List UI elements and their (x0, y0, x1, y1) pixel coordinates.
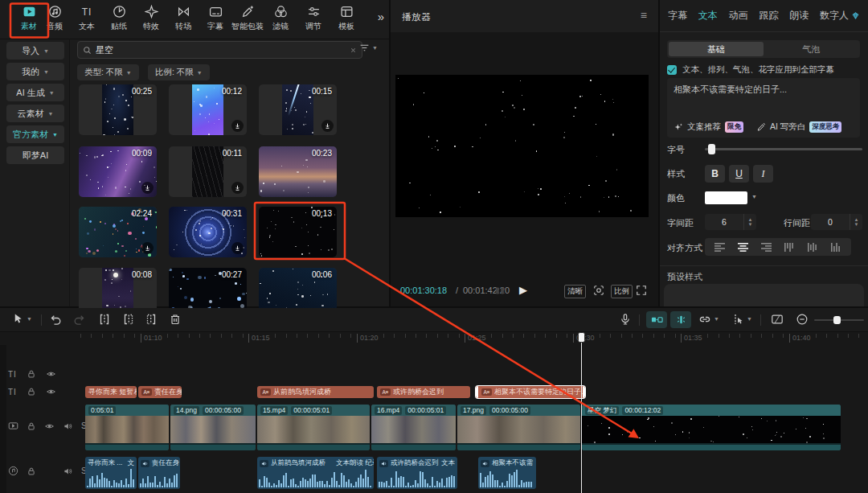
auto-splice-toggle[interactable] (646, 311, 667, 328)
chevron-down-icon[interactable]: ▼ (714, 316, 719, 322)
tab-transition[interactable]: 转场 (167, 5, 199, 32)
tab-sticker[interactable]: 贴纸 (103, 5, 135, 32)
eye-icon[interactable] (46, 387, 56, 396)
zoom-slider-thumb[interactable] (833, 316, 841, 324)
filter-type-dropdown[interactable]: 类型: 不限▼ (77, 64, 139, 80)
tab-captions[interactable]: 字幕 (199, 5, 231, 32)
media-thumbnail[interactable]: 00:15 (259, 84, 337, 135)
subtab-basic[interactable]: 基础 (669, 42, 764, 56)
sidebar-item-import[interactable]: 导入▼ (6, 42, 64, 60)
download-icon[interactable] (321, 120, 334, 132)
split-keep-left-icon[interactable] (122, 313, 135, 326)
media-thumbnail[interactable]: 00:25 (79, 84, 157, 135)
media-thumbnail[interactable]: 00:11 (169, 146, 247, 197)
audio-clip[interactable]: 或许鹊桥会迟到 文本 (377, 457, 457, 489)
timeline-zoom-slider[interactable] (814, 319, 864, 321)
audio-clip[interactable]: 从前鹊鸟填河成桥 文本朗读 纪录片 (257, 457, 374, 489)
media-thumbnail[interactable]: 02:24 (79, 207, 157, 257)
tab-tracking[interactable]: 跟踪 (759, 9, 778, 23)
eye-icon[interactable] (44, 421, 55, 431)
media-thumbnail[interactable]: 00:12 (169, 84, 247, 135)
zoom-out-icon[interactable] (796, 313, 809, 326)
magnetic-snap-toggle[interactable] (670, 311, 691, 328)
download-icon[interactable] (141, 242, 154, 254)
align-vertical-center-icon[interactable] (808, 243, 818, 252)
stepper-arrows-icon[interactable]: ▲▼ (743, 214, 756, 230)
preset-card-partial[interactable] (664, 284, 864, 306)
italic-button[interactable]: I (753, 165, 773, 183)
video-clip[interactable]: 15.mp4 00:00:05:01 (257, 405, 370, 450)
undo-icon[interactable] (49, 313, 62, 326)
speaker-icon[interactable] (63, 466, 73, 476)
download-icon[interactable] (231, 242, 244, 254)
tab-template[interactable]: 模板 (330, 5, 362, 32)
underline-button[interactable]: U (729, 165, 749, 183)
tab-animation[interactable]: 动画 (729, 9, 748, 23)
text-clip[interactable]: 寻你而来 短暂相 (85, 386, 137, 398)
sidebar-item-mine[interactable]: 我的▼ (6, 63, 64, 80)
checkbox-checked-icon[interactable] (667, 65, 677, 75)
bold-button[interactable]: B (705, 165, 725, 183)
tab-filter[interactable]: 滤镜 (264, 5, 297, 32)
media-thumbnail[interactable]: 00:23 (259, 146, 337, 197)
chevron-down-icon[interactable]: ▼ (27, 316, 32, 322)
tab-adjust[interactable]: 调节 (297, 5, 330, 32)
align-vertical-bottom-icon[interactable] (831, 243, 841, 252)
record-voiceover-icon[interactable] (619, 313, 632, 326)
media-thumbnail-selected[interactable]: 00:13 (259, 207, 337, 257)
link-clips-icon[interactable] (698, 313, 711, 326)
focus-icon[interactable] (593, 285, 604, 296)
slider-thumb[interactable] (708, 144, 715, 154)
audio-clip[interactable]: 相聚本不该需 (478, 457, 536, 489)
split-icon[interactable] (98, 313, 111, 326)
tab-digital-human[interactable]: 数字人 (820, 9, 860, 23)
clarity-button[interactable]: 清晰 (564, 285, 586, 298)
select-tool-icon[interactable] (12, 313, 24, 325)
lock-icon[interactable] (27, 369, 36, 379)
search-filter-button[interactable]: ▼ (359, 43, 378, 53)
video-clip-starfield[interactable]: 星空 梦幻 00:00:12:02 (582, 405, 841, 450)
ai-write-button[interactable]: AI 写旁白 (770, 121, 805, 133)
eye-icon[interactable] (46, 369, 56, 379)
download-icon[interactable] (231, 182, 244, 194)
delete-icon[interactable] (169, 313, 182, 326)
split-keep-right-icon[interactable] (145, 313, 158, 326)
media-thumbnail[interactable]: 00:09 (79, 146, 157, 197)
frame-list-icon[interactable] (494, 286, 506, 296)
align-vertical-top-icon[interactable] (784, 243, 795, 252)
line-spacing-stepper[interactable]: 0 ▲▼ (811, 214, 862, 230)
toolbar-more-icon[interactable]: » (378, 10, 383, 23)
color-swatch[interactable] (705, 191, 747, 204)
audio-clip[interactable]: 责任在身 (138, 457, 180, 489)
text-clip[interactable]: A≡ 责任在身 (138, 386, 182, 398)
tab-audio[interactable]: 音频 (39, 5, 71, 32)
split-cursor-icon[interactable] (731, 313, 744, 326)
playhead-handle[interactable] (578, 332, 585, 343)
text-clip-selected[interactable]: A≡ 相聚本不该需要特定的日子... (476, 386, 585, 398)
preview-axis-icon[interactable] (771, 313, 784, 326)
video-clip[interactable]: 16.mp4 00:00:05:01 (371, 405, 456, 450)
tab-subtitles[interactable]: 字幕 (668, 9, 687, 23)
font-size-slider[interactable] (705, 148, 862, 150)
align-center-icon[interactable] (738, 243, 748, 252)
tab-text[interactable]: TI 文本 (71, 5, 103, 32)
copy-suggest-button[interactable]: 文案推荐 (687, 121, 721, 133)
tab-text-props[interactable]: 文本 (698, 9, 718, 23)
video-clip[interactable]: 0:05:01 (85, 405, 169, 450)
audio-clip[interactable]: 寻你而来 ... 文 (85, 457, 137, 489)
apply-all-checkbox-row[interactable]: 文本、排列、气泡、花字应用到全部字幕 (667, 64, 834, 76)
text-clip[interactable]: A≡ 从前鹊鸟填河成桥 (257, 386, 374, 398)
subtitle-text-input[interactable]: 相聚本不该需要特定的日子... 文案推荐 限免 AI 写旁白 深度思考 (667, 78, 860, 138)
lock-icon[interactable] (27, 387, 36, 396)
stepper-arrows-icon[interactable]: ▲▼ (850, 214, 862, 230)
playhead[interactable] (581, 332, 582, 493)
lock-icon[interactable] (27, 421, 36, 431)
align-left-icon[interactable] (714, 243, 725, 252)
sidebar-item-cloud[interactable]: 云素材▼ (6, 105, 64, 122)
sidebar-item-official[interactable]: 官方素材▼ (6, 125, 64, 143)
fullscreen-icon[interactable] (636, 285, 647, 296)
ratio-button[interactable]: 比例 (611, 285, 633, 298)
clear-search-icon[interactable] (350, 47, 357, 54)
sidebar-item-jimeng-ai[interactable]: 即梦AI (6, 146, 64, 164)
download-icon[interactable] (141, 182, 154, 194)
